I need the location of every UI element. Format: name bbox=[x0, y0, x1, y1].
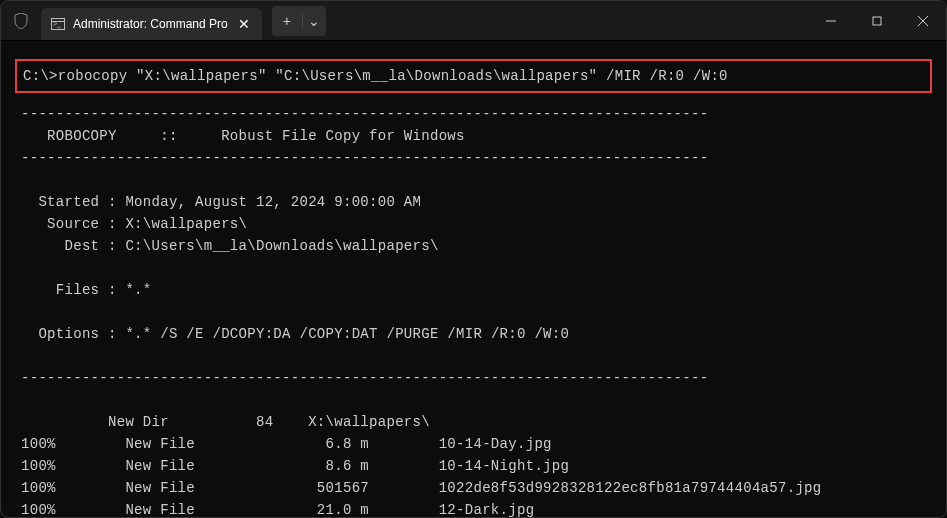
window-controls bbox=[808, 1, 946, 40]
tab-dropdown-button[interactable]: ⌄ bbox=[302, 13, 326, 29]
banner: ROBOCOPY :: Robust File Copy for Windows bbox=[21, 125, 926, 147]
file-row: 100% New File 501567 1022de8f53d99283281… bbox=[21, 477, 926, 499]
file-row: 100% New File 21.0 m 12-Dark.jpg bbox=[21, 499, 926, 518]
minimize-button[interactable] bbox=[808, 1, 854, 40]
file-row: 100% New File 6.8 m 10-14-Day.jpg bbox=[21, 433, 926, 455]
command-highlight: C:\>robocopy "X:\wallpapers" "C:\Users\m… bbox=[15, 59, 932, 93]
output-content: ----------------------------------------… bbox=[1, 103, 946, 518]
options-row: Options : *.* /S /E /DCOPY:DA /COPY:DAT … bbox=[21, 323, 926, 345]
file-row: 100% New File 8.6 m 10-14-Night.jpg bbox=[21, 455, 926, 477]
files-row: Files : *.* bbox=[21, 279, 926, 301]
blank-line-3 bbox=[21, 301, 926, 323]
svg-rect-1 bbox=[873, 17, 881, 25]
started-row: Started : Monday, August 12, 2024 9:00:0… bbox=[21, 191, 926, 213]
tab-title: Administrator: Command Pro bbox=[73, 17, 228, 31]
command-text: robocopy "X:\wallpapers" "C:\Users\m__la… bbox=[58, 68, 728, 84]
blank-line-4 bbox=[21, 345, 926, 367]
active-tab[interactable]: Administrator: Command Pro ✕ bbox=[41, 8, 262, 40]
close-tab-button[interactable]: ✕ bbox=[236, 16, 252, 32]
titlebar: Administrator: Command Pro ✕ + ⌄ bbox=[1, 1, 946, 41]
source-row: Source : X:\wallpapers\ bbox=[21, 213, 926, 235]
blank-line-2 bbox=[21, 257, 926, 279]
terminal-icon bbox=[51, 18, 65, 30]
terminal-output[interactable]: C:\>robocopy "X:\wallpapers" "C:\Users\m… bbox=[1, 41, 946, 518]
titlebar-left: Administrator: Command Pro ✕ + ⌄ bbox=[1, 1, 808, 40]
prompt: C:\> bbox=[23, 68, 58, 84]
dest-row: Dest : C:\Users\m__la\Downloads\wallpape… bbox=[21, 235, 926, 257]
blank-line-5 bbox=[21, 389, 926, 411]
shield-icon bbox=[1, 13, 41, 29]
close-button[interactable] bbox=[900, 1, 946, 40]
divider-bottom: ----------------------------------------… bbox=[21, 367, 926, 389]
maximize-button[interactable] bbox=[854, 1, 900, 40]
new-tab-button[interactable]: + bbox=[272, 13, 302, 29]
divider-top: ----------------------------------------… bbox=[21, 103, 926, 125]
new-tab-group: + ⌄ bbox=[272, 6, 326, 36]
dir-row: New Dir 84 X:\wallpapers\ bbox=[21, 411, 926, 433]
divider-mid: ----------------------------------------… bbox=[21, 147, 926, 169]
command-line: C:\>robocopy "X:\wallpapers" "C:\Users\m… bbox=[23, 65, 924, 87]
blank-line-1 bbox=[21, 169, 926, 191]
